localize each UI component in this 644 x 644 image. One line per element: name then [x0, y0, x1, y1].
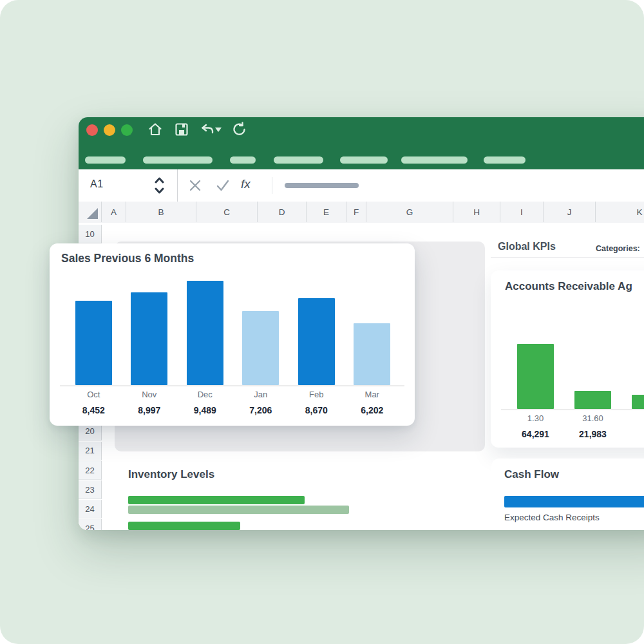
- chart-value-label: 64,291: [507, 429, 564, 439]
- chart-value-label: 7,206: [233, 405, 289, 415]
- ribbon-tab-placeholder[interactable]: [274, 156, 323, 164]
- column-header-B[interactable]: B: [126, 202, 196, 222]
- inventory-levels-card[interactable]: Inventory Levels: [117, 459, 480, 530]
- chart-value-label: 21,983: [564, 429, 621, 439]
- chart-value-label: 6,202: [345, 405, 401, 415]
- inventory-bar: [128, 522, 240, 530]
- save-icon[interactable]: [174, 122, 189, 137]
- select-all-triangle-icon: [87, 208, 98, 219]
- column-header-C[interactable]: C: [196, 202, 258, 222]
- page-background: A1 fx: [0, 0, 644, 644]
- undo-caret-icon[interactable]: [215, 128, 222, 132]
- cash-flow-title: Cash Flow: [504, 468, 559, 481]
- chart-column: [289, 243, 345, 385]
- chart-bar: [517, 344, 554, 409]
- row-header-10[interactable]: 10: [79, 225, 102, 243]
- chart-bar: [298, 298, 335, 385]
- kpi-divider: [491, 257, 644, 258]
- chart-value-label: 18: [621, 429, 644, 439]
- redo-icon[interactable]: [232, 122, 247, 137]
- name-box-divider: [177, 169, 178, 202]
- chart-values: 8,4528,9979,4897,2068,6706,202: [66, 405, 400, 415]
- chart-bar: [632, 395, 644, 409]
- inventory-bar: [128, 496, 305, 504]
- chart-bars: [507, 270, 644, 409]
- insert-function-button[interactable]: fx: [241, 177, 251, 191]
- categories-label: Categories:: [596, 244, 640, 253]
- chart-bar: [354, 323, 390, 385]
- chart-column: [345, 243, 401, 385]
- cash-flow-card[interactable]: Cash Flow Expected Cash Receipts: [491, 459, 644, 530]
- chart-category-label: Oct: [66, 390, 122, 399]
- cell-stepper-icon[interactable]: [155, 176, 164, 194]
- row-header-22[interactable]: 22: [79, 461, 102, 480]
- chart-category-label: Jan: [233, 390, 289, 399]
- chart-category-label: 31.60: [564, 413, 621, 423]
- ar-axis-line: [501, 409, 644, 410]
- chart-bars: [66, 243, 400, 385]
- chart-column: [66, 243, 122, 385]
- ribbon-tab-placeholder[interactable]: [340, 156, 388, 164]
- undo-icon[interactable]: [199, 122, 216, 137]
- row-header-25[interactable]: 25: [79, 519, 102, 530]
- ribbon-tab-placeholder[interactable]: [230, 156, 256, 164]
- formula-placeholder-line: [285, 183, 359, 188]
- chart-bar: [242, 311, 279, 385]
- traffic-light-zoom[interactable]: [121, 124, 133, 136]
- chart-bar: [75, 301, 112, 385]
- cash-flow-bar: [504, 496, 644, 507]
- column-header-H[interactable]: H: [453, 202, 500, 222]
- chart-categories: 1.3031.6061: [507, 413, 644, 423]
- traffic-light-minimize[interactable]: [104, 124, 115, 136]
- row-header-24[interactable]: 24: [79, 500, 102, 518]
- chart-category-label: 61: [621, 413, 644, 423]
- chart-categories: OctNovDecJanFebMar: [66, 390, 400, 399]
- column-headers: ABCDEFGHIJK: [79, 202, 644, 223]
- chart-column: [122, 243, 178, 385]
- chart-column: [233, 243, 289, 385]
- name-box[interactable]: A1: [90, 178, 104, 190]
- inventory-levels-title: Inventory Levels: [128, 468, 214, 481]
- column-header-D[interactable]: D: [258, 202, 307, 222]
- chart-value-label: 8,670: [289, 405, 345, 415]
- formula-divider: [272, 177, 272, 194]
- formula-bar: A1 fx: [79, 169, 644, 202]
- chart-value-label: 9,489: [177, 405, 233, 415]
- chart-column: [621, 270, 644, 409]
- inventory-bar: [128, 506, 349, 514]
- ribbon-tab-placeholder[interactable]: [401, 156, 468, 164]
- chart-column: [507, 270, 564, 409]
- cash-flow-bar-label: Expected Cash Receipts: [504, 513, 600, 522]
- column-header-J[interactable]: J: [544, 202, 596, 222]
- home-icon[interactable]: [147, 122, 163, 137]
- column-header-G[interactable]: G: [366, 202, 453, 222]
- window-titlebar: [79, 117, 644, 169]
- kpi-section-title: Global KPIs: [498, 241, 556, 252]
- chart-value-label: 8,997: [122, 405, 178, 415]
- row-header-23[interactable]: 23: [79, 480, 102, 499]
- traffic-light-close[interactable]: [86, 124, 98, 136]
- ribbon-tab-placeholder[interactable]: [143, 156, 213, 164]
- cancel-icon[interactable]: [188, 178, 202, 193]
- chart-bar: [131, 292, 167, 385]
- column-header-K[interactable]: K: [596, 202, 644, 222]
- chart-bar: [187, 281, 223, 385]
- chart-column: [564, 270, 621, 409]
- ribbon-tab-placeholder[interactable]: [484, 156, 526, 164]
- column-header-E[interactable]: E: [307, 202, 346, 222]
- column-header-I[interactable]: I: [500, 202, 544, 222]
- row-header-21[interactable]: 21: [79, 442, 102, 460]
- chart-category-label: Mar: [345, 390, 401, 399]
- confirm-icon[interactable]: [215, 178, 231, 193]
- sales-chart-card[interactable]: Sales Previous 6 Months OctNovDecJanFebM…: [50, 243, 415, 426]
- chart-category-label: Feb: [289, 390, 345, 399]
- chart-column: [177, 243, 233, 385]
- column-header-A[interactable]: A: [102, 202, 126, 222]
- accounts-receivable-card[interactable]: Accounts Receivable Ag 1.3031.606164,291…: [491, 270, 644, 448]
- chart-values: 64,29121,98318: [507, 429, 644, 439]
- select-all-corner[interactable]: [79, 202, 102, 222]
- ribbon-tab-placeholder[interactable]: [85, 156, 126, 164]
- column-header-F[interactable]: F: [346, 202, 366, 222]
- chart-category-label: 1.30: [507, 413, 564, 423]
- chart-category-label: Nov: [122, 390, 178, 399]
